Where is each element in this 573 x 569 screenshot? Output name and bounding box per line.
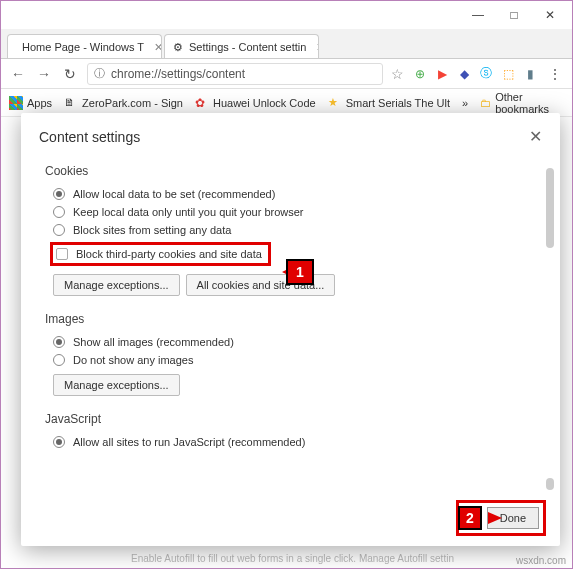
javascript-section: JavaScript Allow all sites to run JavaSc… xyxy=(45,412,532,448)
address-bar-row: ← → ↻ ⓘ chrome://settings/content ☆ ⊕ ▶ … xyxy=(1,59,572,89)
block-third-party-checkbox[interactable]: Block third-party cookies and site data xyxy=(56,248,262,260)
bookmark-label: Other bookmarks xyxy=(495,91,564,115)
section-heading: JavaScript xyxy=(45,412,532,426)
callout-1-group: 1 xyxy=(286,265,296,279)
bookmark-zeropark[interactable]: 🗎 ZeroPark.com - Sign xyxy=(64,96,183,110)
forward-button[interactable]: → xyxy=(35,65,53,83)
apps-shortcut[interactable]: Apps xyxy=(9,96,52,110)
bookmark-smartserials[interactable]: ★ Smart Serials The Ult xyxy=(328,96,450,110)
callout-arrow-icon xyxy=(488,512,502,524)
extension-icon[interactable]: ⊕ xyxy=(412,66,428,82)
other-bookmarks[interactable]: 🗀 Other bookmarks xyxy=(480,91,564,115)
radio-selected-icon xyxy=(53,436,65,448)
background-text: Enable Autofill to fill out web forms in… xyxy=(131,553,454,564)
content-settings-dialog: Content settings ✕ Cookies Allow local d… xyxy=(21,113,560,546)
dialog-title: Content settings xyxy=(39,129,140,145)
close-tab-icon[interactable]: ✕ xyxy=(316,41,319,54)
bookmark-label: ZeroPark.com - Sign xyxy=(82,97,183,109)
images-section: Images Show all images (recommended) Do … xyxy=(45,312,532,396)
page-icon: 🗎 xyxy=(64,96,78,110)
radio-icon xyxy=(53,354,65,366)
tab-label: Settings - Content settin xyxy=(189,41,306,53)
option-label: Show all images (recommended) xyxy=(73,336,234,348)
manage-exceptions-cookies-button[interactable]: Manage exceptions... xyxy=(53,274,180,296)
extension-icon[interactable]: ⬚ xyxy=(500,66,516,82)
option-label: Allow local data to be set (recommended) xyxy=(73,188,275,200)
tab-home-page[interactable]: Home Page - Windows T ✕ xyxy=(7,34,162,58)
section-heading: Images xyxy=(45,312,532,326)
huawei-icon: ✿ xyxy=(195,96,209,110)
cookies-block-radio[interactable]: Block sites from setting any data xyxy=(53,224,532,236)
window-titlebar: — □ ✕ xyxy=(1,1,572,29)
chrome-menu-icon[interactable]: ⋮ xyxy=(546,65,564,83)
radio-selected-icon xyxy=(53,188,65,200)
cookies-allow-radio[interactable]: Allow local data to be set (recommended) xyxy=(53,188,532,200)
extension-icon[interactable]: ⓢ xyxy=(478,66,494,82)
dialog-header: Content settings ✕ xyxy=(21,113,560,164)
star-icon[interactable]: ☆ xyxy=(391,66,404,82)
close-tab-icon[interactable]: ✕ xyxy=(154,41,162,54)
images-hide-radio[interactable]: Do not show any images xyxy=(53,354,532,366)
radio-icon xyxy=(53,224,65,236)
tab-label: Home Page - Windows T xyxy=(22,41,144,53)
section-heading: Cookies xyxy=(45,164,532,178)
minimize-button[interactable]: — xyxy=(460,5,496,25)
highlight-box-1: Block third-party cookies and site data xyxy=(50,242,271,266)
apps-icon xyxy=(9,96,23,110)
bookmarks-overflow[interactable]: » xyxy=(462,97,468,109)
bookmark-label: Huawei Unlock Code xyxy=(213,97,316,109)
dialog-close-button[interactable]: ✕ xyxy=(529,127,542,146)
option-label: Do not show any images xyxy=(73,354,193,366)
bookmark-label: Apps xyxy=(27,97,52,109)
address-bar[interactable]: ⓘ chrome://settings/content xyxy=(87,63,383,85)
extensions: ⊕ ▶ ◆ ⓢ ⬚ ▮ xyxy=(412,66,538,82)
js-allow-radio[interactable]: Allow all sites to run JavaScript (recom… xyxy=(53,436,532,448)
option-label: Keep local data only until you quit your… xyxy=(73,206,304,218)
dialog-body: Cookies Allow local data to be set (reco… xyxy=(21,164,560,546)
cookies-session-radio[interactable]: Keep local data only until you quit your… xyxy=(53,206,532,218)
manage-exceptions-images-button[interactable]: Manage exceptions... xyxy=(53,374,180,396)
url-text: chrome://settings/content xyxy=(111,67,245,81)
images-show-radio[interactable]: Show all images (recommended) xyxy=(53,336,532,348)
bookmark-label: Smart Serials The Ult xyxy=(346,97,450,109)
site-info-icon[interactable]: ⓘ xyxy=(94,66,105,81)
bookmark-huawei[interactable]: ✿ Huawei Unlock Code xyxy=(195,96,316,110)
radio-icon xyxy=(53,206,65,218)
browser-tabs: Home Page - Windows T ✕ ⚙ Settings - Con… xyxy=(1,29,572,59)
radio-selected-icon xyxy=(53,336,65,348)
star-icon: ★ xyxy=(328,96,342,110)
reload-button[interactable]: ↻ xyxy=(61,65,79,83)
scrollbar-thumb[interactable] xyxy=(546,168,554,248)
option-label: Allow all sites to run JavaScript (recom… xyxy=(73,436,305,448)
option-label: Block sites from setting any data xyxy=(73,224,231,236)
checkbox-icon xyxy=(56,248,68,260)
folder-icon: 🗀 xyxy=(480,97,491,109)
option-label: Block third-party cookies and site data xyxy=(76,248,262,260)
maximize-button[interactable]: □ xyxy=(496,5,532,25)
tab-settings[interactable]: ⚙ Settings - Content settin ✕ xyxy=(164,34,319,58)
extension-icon[interactable]: ▮ xyxy=(522,66,538,82)
watermark: wsxdn.com xyxy=(516,555,566,566)
extension-icon[interactable]: ▶ xyxy=(434,66,450,82)
extension-icon[interactable]: ◆ xyxy=(456,66,472,82)
close-window-button[interactable]: ✕ xyxy=(532,5,568,25)
callout-1: 1 xyxy=(286,259,314,285)
scrollbar-down-icon[interactable] xyxy=(546,478,554,490)
back-button[interactable]: ← xyxy=(9,65,27,83)
callout-2: 2 xyxy=(458,506,482,530)
gear-icon: ⚙ xyxy=(173,40,183,54)
